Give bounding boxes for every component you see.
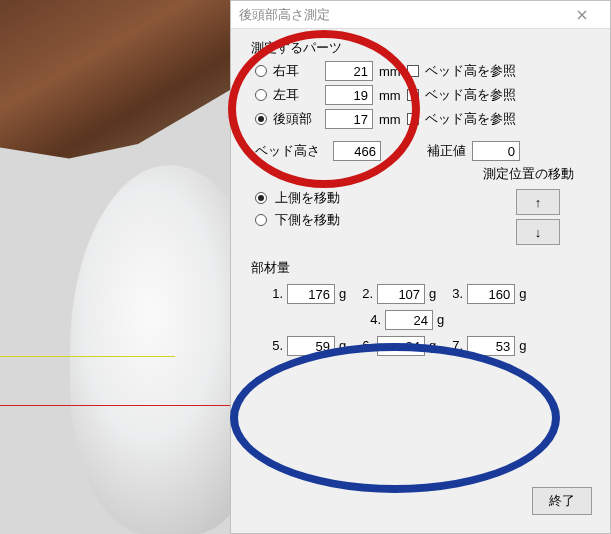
bed-height-value[interactable]: 466 [333,141,381,161]
material-value-4[interactable]: 24 [385,310,433,330]
material-index: 7. [447,333,463,359]
material-value-7[interactable]: 53 [467,336,515,356]
material-1: 1. 176 g [267,281,346,307]
parts-section-label: 測定するパーツ [251,39,610,57]
material-value-2[interactable]: 107 [377,284,425,304]
unit-label: g [519,281,526,307]
value-right-ear[interactable]: 21 [325,61,373,81]
radio-move-lower[interactable] [255,214,267,226]
material-value-6[interactable]: 34 [377,336,425,356]
materials-label: 部材量 [251,259,610,277]
part-label: 後頭部 [273,110,319,128]
part-row-left-ear: 左耳 19 mm ベッド高を参照 [255,85,610,105]
unit-label: g [437,307,444,333]
material-value-1[interactable]: 176 [287,284,335,304]
unit-label: mm [379,112,401,127]
viewport-background [0,0,230,534]
part-label: 左耳 [273,86,319,104]
dialog-title: 後頭部高さ測定 [239,6,562,24]
guide-line-red [0,405,230,406]
move-down-button[interactable]: ↓ [516,219,560,245]
checkbox-bed-ref-2[interactable] [407,89,419,101]
material-value-5[interactable]: 59 [287,336,335,356]
arrow-up-icon: ↑ [535,195,542,210]
checkbox-bed-ref-3[interactable] [407,113,419,125]
bed-height-label: ベッド高さ [255,142,327,160]
value-left-ear[interactable]: 19 [325,85,373,105]
finish-button-label: 終了 [549,492,575,510]
radio-move-upper[interactable] [255,192,267,204]
bed-height-row: ベッド高さ 466 補正値 0 [255,141,610,161]
unit-label: g [339,281,346,307]
bed-ref-label: ベッド高を参照 [425,62,516,80]
material-value-3[interactable]: 160 [467,284,515,304]
checkbox-bed-ref-1[interactable] [407,65,419,77]
unit-label: mm [379,88,401,103]
guide-line-yellow [0,356,175,357]
correction-label: 補正値 [427,142,466,160]
radio-occiput[interactable] [255,113,267,125]
material-index: 5. [267,333,283,359]
material-index: 3. [447,281,463,307]
finish-button[interactable]: 終了 [532,487,592,515]
material-3: 3. 160 g [447,281,526,307]
unit-label: g [429,281,436,307]
move-lower-label: 下側を移動 [275,211,340,229]
bed-ref-label: ベッド高を参照 [425,86,516,104]
move-lower-row: 下側を移動 [255,211,490,229]
part-label: 右耳 [273,62,319,80]
material-5: 5. 59 g [267,333,346,359]
material-7: 7. 53 g [447,333,526,359]
unit-label: mm [379,64,401,79]
material-2: 2. 107 g [357,281,436,307]
part-row-right-ear: 右耳 21 mm ベッド高を参照 [255,61,610,81]
correction-value[interactable]: 0 [472,141,520,161]
part-row-occiput: 後頭部 17 mm ベッド高を参照 [255,109,610,129]
position-move-label: 測定位置の移動 [231,165,574,183]
scan-object-dark [0,0,230,180]
materials-section: 部材量 1. 176 g 2. 107 g 3. 160 g [251,259,610,359]
bed-ref-label: ベッド高を参照 [425,110,516,128]
move-upper-label: 上側を移動 [275,189,340,207]
dialog-titlebar: 後頭部高さ測定 [231,1,610,29]
unit-label: g [519,333,526,359]
close-icon[interactable] [562,1,602,29]
unit-label: g [429,333,436,359]
unit-label: g [339,333,346,359]
material-index: 1. [267,281,283,307]
radio-left-ear[interactable] [255,89,267,101]
material-index: 6. [357,333,373,359]
radio-right-ear[interactable] [255,65,267,77]
correction-group: 補正値 0 [427,141,520,161]
material-index: 2. [357,281,373,307]
value-occiput[interactable]: 17 [325,109,373,129]
material-6: 6. 34 g [357,333,436,359]
measurement-dialog: 後頭部高さ測定 測定するパーツ 右耳 21 mm ベッド高を参照 左耳 19 m… [230,0,611,534]
move-up-button[interactable]: ↑ [516,189,560,215]
move-upper-row: 上側を移動 [255,189,490,207]
material-index: 4. [365,307,381,333]
material-4: 4. 24 g [365,307,444,333]
arrow-down-icon: ↓ [535,225,542,240]
